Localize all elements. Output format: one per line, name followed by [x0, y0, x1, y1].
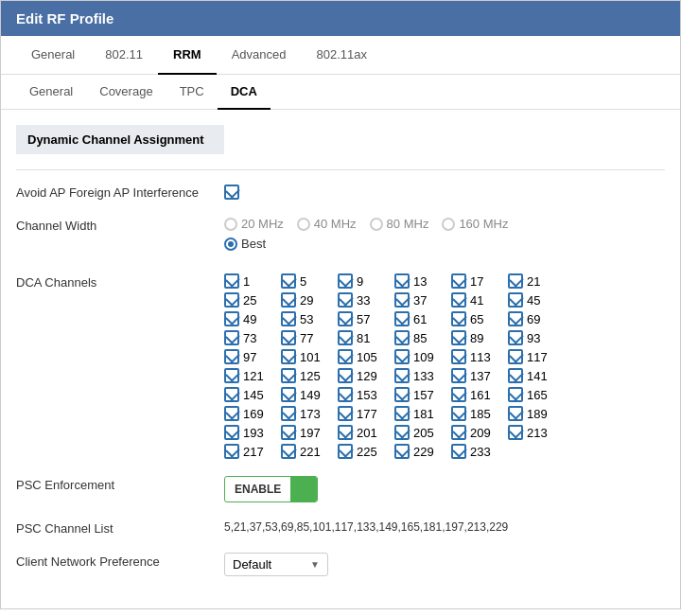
dca-channel-item[interactable]: 149 — [281, 387, 338, 402]
dca-channel-checkbox-97[interactable] — [224, 349, 239, 364]
dca-channel-item[interactable]: 21 — [508, 273, 565, 289]
dca-channel-item[interactable]: 129 — [338, 368, 394, 383]
dca-channel-item[interactable]: 117 — [508, 349, 565, 364]
radio-160mhz[interactable]: 160 MHz — [442, 217, 508, 231]
dca-channel-item[interactable]: 81 — [338, 330, 394, 345]
dca-channel-checkbox-225[interactable] — [338, 444, 353, 459]
dca-channel-item[interactable]: 17 — [451, 273, 508, 289]
dca-channel-item[interactable]: 145 — [224, 387, 281, 402]
dca-channel-checkbox-49[interactable] — [224, 311, 239, 326]
dca-channel-checkbox-153[interactable] — [338, 387, 353, 402]
dca-channel-item[interactable]: 25 — [224, 292, 281, 308]
radio-20mhz[interactable]: 20 MHz — [224, 217, 284, 231]
dca-channel-item[interactable]: 161 — [451, 387, 508, 402]
dca-channel-item[interactable]: 137 — [451, 368, 508, 383]
dca-channel-item[interactable]: 57 — [338, 311, 394, 326]
psc-enforcement-toggle[interactable]: ENABLE — [224, 476, 318, 502]
dca-channel-item[interactable]: 77 — [281, 330, 338, 345]
tab-dca[interactable]: DCA — [218, 75, 271, 110]
dca-channel-item[interactable]: 125 — [281, 368, 338, 383]
dca-channel-checkbox-89[interactable] — [451, 330, 466, 345]
dca-channel-item[interactable]: 13 — [394, 273, 451, 289]
dca-channel-item[interactable]: 33 — [338, 292, 394, 308]
dca-channel-checkbox-189[interactable] — [508, 406, 523, 421]
dca-channel-item[interactable]: 205 — [394, 425, 451, 440]
dca-channel-item[interactable]: 9 — [338, 273, 394, 289]
dca-channel-checkbox-101[interactable] — [281, 349, 296, 364]
dca-channel-checkbox-61[interactable] — [394, 311, 410, 326]
dca-channel-checkbox-17[interactable] — [451, 273, 466, 289]
dca-channel-checkbox-105[interactable] — [338, 349, 353, 364]
dca-channel-checkbox-217[interactable] — [224, 444, 239, 459]
dca-channel-checkbox-85[interactable] — [394, 330, 410, 345]
dca-channel-checkbox-161[interactable] — [451, 387, 466, 402]
dca-channel-checkbox-53[interactable] — [281, 311, 296, 326]
dca-channel-item[interactable]: 101 — [281, 349, 338, 364]
dca-channel-item[interactable]: 193 — [224, 425, 281, 440]
dca-channel-item[interactable]: 69 — [508, 311, 565, 326]
dca-channel-checkbox-5[interactable] — [281, 273, 296, 289]
dca-channel-checkbox-33[interactable] — [338, 292, 353, 308]
dca-channel-item[interactable]: 225 — [338, 444, 394, 459]
dca-channel-checkbox-77[interactable] — [281, 330, 296, 345]
tab-tpc[interactable]: TPC — [166, 75, 218, 110]
dca-channel-item[interactable]: 233 — [451, 444, 508, 459]
dca-channel-item[interactable]: 201 — [338, 425, 394, 440]
dca-channel-checkbox-221[interactable] — [281, 444, 296, 459]
dca-channel-item[interactable]: 209 — [451, 425, 508, 440]
dca-channel-item[interactable]: 173 — [281, 406, 338, 421]
dca-channel-item[interactable]: 37 — [394, 292, 451, 308]
dca-channel-checkbox-69[interactable] — [508, 311, 523, 326]
dca-channel-checkbox-197[interactable] — [281, 425, 296, 440]
dca-channel-item[interactable]: 29 — [281, 292, 338, 308]
dca-channel-item[interactable]: 165 — [508, 387, 565, 402]
dca-channel-checkbox-1[interactable] — [224, 273, 239, 289]
tab-rrm[interactable]: RRM — [158, 36, 217, 75]
dca-channel-checkbox-41[interactable] — [451, 292, 466, 308]
dca-channel-item[interactable]: 153 — [338, 387, 394, 402]
dca-channel-checkbox-129[interactable] — [338, 368, 353, 383]
dca-channel-item[interactable]: 217 — [224, 444, 281, 459]
dca-channel-checkbox-169[interactable] — [224, 406, 239, 421]
dca-channel-checkbox-157[interactable] — [394, 387, 410, 402]
dca-channel-item[interactable]: 89 — [451, 330, 508, 345]
dca-channel-item[interactable]: 85 — [394, 330, 451, 345]
dca-channel-checkbox-21[interactable] — [508, 273, 523, 289]
dca-channel-item[interactable]: 169 — [224, 406, 281, 421]
radio-40mhz[interactable]: 40 MHz — [297, 217, 357, 231]
tab-coverage[interactable]: Coverage — [86, 75, 166, 110]
dca-channel-checkbox-185[interactable] — [451, 406, 466, 421]
dca-channel-checkbox-193[interactable] — [224, 425, 239, 440]
dca-channel-item[interactable]: 141 — [508, 368, 565, 383]
dca-channel-item[interactable]: 41 — [451, 292, 508, 308]
client-network-preference-select[interactable]: Default ▼ — [224, 553, 328, 576]
dca-channel-checkbox-45[interactable] — [508, 292, 523, 308]
dca-channel-checkbox-121[interactable] — [224, 368, 239, 383]
dca-channel-item[interactable]: 229 — [394, 444, 451, 459]
dca-channel-checkbox-165[interactable] — [508, 387, 523, 402]
tab-general[interactable]: General — [16, 36, 90, 75]
dca-channel-item[interactable]: 121 — [224, 368, 281, 383]
dca-channel-checkbox-9[interactable] — [338, 273, 353, 289]
dca-channel-item[interactable]: 189 — [508, 406, 565, 421]
dca-channel-item[interactable]: 49 — [224, 311, 281, 326]
dca-channel-checkbox-65[interactable] — [451, 311, 466, 326]
dca-channel-item[interactable]: 109 — [394, 349, 451, 364]
dca-channel-checkbox-149[interactable] — [281, 387, 296, 402]
dca-channel-checkbox-177[interactable] — [338, 406, 353, 421]
avoid-ap-checkbox[interactable] — [224, 185, 239, 200]
tab-802-11ax[interactable]: 802.11ax — [301, 36, 382, 75]
dca-channel-item[interactable]: 65 — [451, 311, 508, 326]
dca-channel-checkbox-201[interactable] — [338, 425, 353, 440]
tab-general-sub[interactable]: General — [16, 75, 86, 110]
dca-channel-checkbox-37[interactable] — [394, 292, 410, 308]
dca-channel-item[interactable]: 97 — [224, 349, 281, 364]
dca-channel-item[interactable]: 113 — [451, 349, 508, 364]
dca-channel-item[interactable]: 61 — [394, 311, 451, 326]
dca-channel-checkbox-81[interactable] — [338, 330, 353, 345]
dca-channel-item[interactable]: 181 — [394, 406, 451, 421]
dca-channel-checkbox-25[interactable] — [224, 292, 239, 308]
dca-channel-checkbox-209[interactable] — [451, 425, 466, 440]
tab-802-11[interactable]: 802.11 — [90, 36, 158, 75]
dca-channel-checkbox-13[interactable] — [394, 273, 410, 289]
